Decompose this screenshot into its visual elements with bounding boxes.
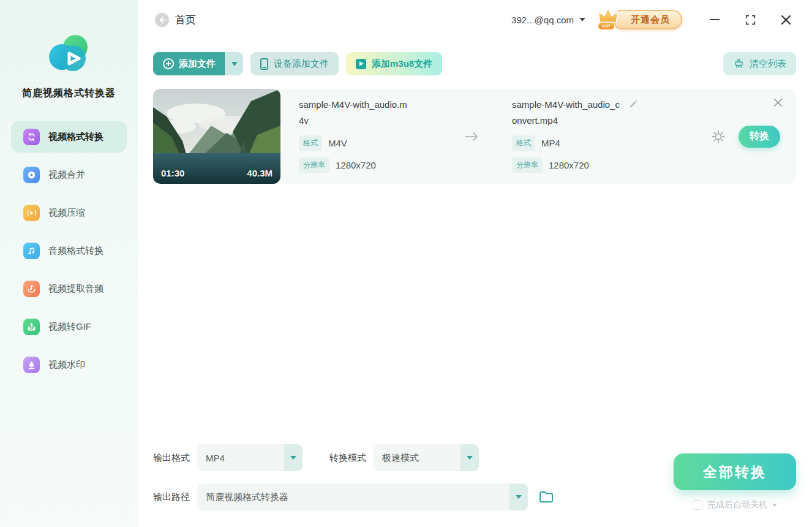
m3u8-file-icon <box>356 59 366 69</box>
sidebar-item-video-watermark[interactable]: 视频水印 <box>11 349 127 381</box>
sidebar-item-label: 视频合并 <box>48 169 85 181</box>
minimize-icon <box>710 19 720 20</box>
topbar-right: 392...@qq.com <box>511 10 792 29</box>
file-row: 01:30 40.3M sample-M4V-with_audio.m4v 格式… <box>153 89 796 184</box>
maximize-icon <box>745 15 756 25</box>
format-badge: 格式 <box>512 135 535 151</box>
select-caret[interactable] <box>509 483 528 510</box>
video-convert-icon <box>23 129 40 145</box>
clear-list-button[interactable]: 清空列表 <box>723 52 796 75</box>
arrow-right-icon <box>464 132 479 142</box>
clear-list-label: 清空列表 <box>750 58 786 70</box>
plus-icon <box>163 58 174 69</box>
minimize-button[interactable] <box>708 13 721 26</box>
close-icon <box>781 15 791 25</box>
output-path-select[interactable]: 简鹿视频格式转换器 <box>197 483 528 510</box>
convert-all-button[interactable]: 全部转换 <box>674 453 796 490</box>
convert-button[interactable]: 转换 <box>739 126 780 148</box>
account-label[interactable]: 392...@qq.com <box>511 15 574 25</box>
select-caret[interactable] <box>284 444 303 471</box>
source-file-name: sample-M4V-with_audio.m4v <box>299 97 410 129</box>
remove-file-button[interactable] <box>773 98 783 107</box>
output-path-row: 输出路径 简鹿视频格式转换器 <box>153 483 554 510</box>
output-resolution-row: 分辨率 1280x720 <box>512 157 665 173</box>
app-title: 简鹿视频格式转换器 <box>22 87 116 100</box>
sidebar-item-label: 音频格式转换 <box>48 245 103 257</box>
phone-icon <box>260 58 268 70</box>
output-format-selected: MP4 <box>197 453 284 463</box>
add-file-dropdown-button[interactable] <box>226 52 243 75</box>
sidebar-item-label: 视频转GIF <box>48 321 91 333</box>
toolbar: 添加文件 设备添加文件 添加m3u8文件 清空列 <box>138 39 812 75</box>
maximize-button[interactable] <box>743 13 757 26</box>
back-arrow-icon <box>158 16 166 24</box>
output-format-select[interactable]: MP4 <box>197 444 303 471</box>
output-format-label: 输出格式 <box>153 452 190 464</box>
device-add-file-button[interactable]: 设备添加文件 <box>250 52 339 75</box>
sidebar-item-audio-convert[interactable]: 音频格式转换 <box>11 235 127 267</box>
convert-mode-selected: 极速模式 <box>374 452 461 464</box>
sidebar-item-video-compress[interactable]: 视频压缩 <box>11 197 127 229</box>
svg-text:GIF: GIF <box>29 327 34 330</box>
source-resolution-value: 1280x720 <box>336 160 376 170</box>
output-file-name: sample-M4V-with_audio_convert.mp4 <box>512 97 623 129</box>
add-file-label: 添加文件 <box>179 58 216 70</box>
folder-icon <box>538 490 554 504</box>
convert-direction <box>446 89 497 184</box>
sidebar-item-video-convert[interactable]: 视频格式转换 <box>11 121 127 153</box>
broom-icon <box>733 58 745 70</box>
add-m3u8-button[interactable]: 添加m3u8文件 <box>346 52 442 75</box>
window-controls <box>708 13 792 26</box>
output-path-selected: 简鹿视频格式转换器 <box>197 491 509 503</box>
app-logo-icon <box>47 32 91 78</box>
video-size: 40.3M <box>247 168 273 178</box>
add-file-button[interactable]: 添加文件 <box>153 52 225 75</box>
sidebar-item-extract-audio[interactable]: 视频提取音频 <box>11 273 127 305</box>
pencil-icon <box>628 99 639 109</box>
auto-shutdown-label: 完成后自动关机 <box>707 499 767 510</box>
video-to-gif-icon: GIF <box>23 319 40 335</box>
video-watermark-icon <box>23 357 40 373</box>
convert-mode-select[interactable]: 极速模式 <box>374 444 479 471</box>
format-mode-row: 输出格式 MP4 转换模式 极速模式 <box>153 444 554 471</box>
vip-upgrade-button[interactable]: VIP 开通会员 <box>612 10 682 29</box>
source-resolution-row: 分辨率 1280x720 <box>299 157 446 173</box>
source-format-row: 格式 M4V <box>299 135 446 151</box>
sidebar-item-video-to-gif[interactable]: GIF 视频转GIF <box>11 311 127 343</box>
sidebar-item-label: 视频压缩 <box>48 207 85 219</box>
back-button[interactable] <box>155 13 169 27</box>
resolution-badge: 分辨率 <box>512 157 543 173</box>
footer-actions: 全部转换 完成后自动关机 <box>674 453 796 510</box>
account-caret-icon[interactable] <box>579 18 585 21</box>
output-format-row: 格式 MP4 <box>512 135 665 151</box>
output-resolution-value: 1280x720 <box>549 160 589 170</box>
convert-mode-label: 转换模式 <box>329 452 366 464</box>
video-compress-icon <box>23 205 40 221</box>
select-caret[interactable] <box>461 444 479 471</box>
video-thumbnail[interactable]: 01:30 40.3M <box>153 89 280 184</box>
auto-shutdown-row: 完成后自动关机 <box>693 499 777 510</box>
vip-tag: VIP <box>598 22 615 30</box>
video-duration: 01:30 <box>161 168 184 178</box>
auto-shutdown-checkbox[interactable] <box>693 500 702 510</box>
close-button[interactable] <box>779 13 792 26</box>
settings-button[interactable] <box>710 129 726 145</box>
gear-icon <box>710 129 726 145</box>
chevron-down-icon <box>516 495 522 499</box>
sidebar-item-video-merge[interactable]: 视频合并 <box>11 159 127 191</box>
topbar: 首页 392...@qq.com <box>138 0 812 39</box>
source-format-value: M4V <box>328 138 347 148</box>
chevron-down-icon <box>290 456 296 460</box>
sidebar-item-label: 视频格式转换 <box>48 131 103 143</box>
format-badge: 格式 <box>299 135 322 151</box>
sidebar: 简鹿视频格式转换器 视频格式转换 视频合并 <box>0 0 138 527</box>
footer-controls: 输出格式 MP4 转换模式 极速模式 输出路径 简鹿视频格式转换器 <box>153 444 796 510</box>
shutdown-options-caret-icon[interactable] <box>772 504 777 507</box>
open-folder-button[interactable] <box>538 490 554 504</box>
video-merge-icon <box>23 167 40 183</box>
app-window: 简鹿视频格式转换器 视频格式转换 视频合并 <box>0 0 812 527</box>
sidebar-nav: 视频格式转换 视频合并 <box>0 121 138 381</box>
add-m3u8-label: 添加m3u8文件 <box>372 58 432 70</box>
row-controls: 转换 <box>710 89 780 184</box>
edit-name-button[interactable] <box>628 99 639 112</box>
